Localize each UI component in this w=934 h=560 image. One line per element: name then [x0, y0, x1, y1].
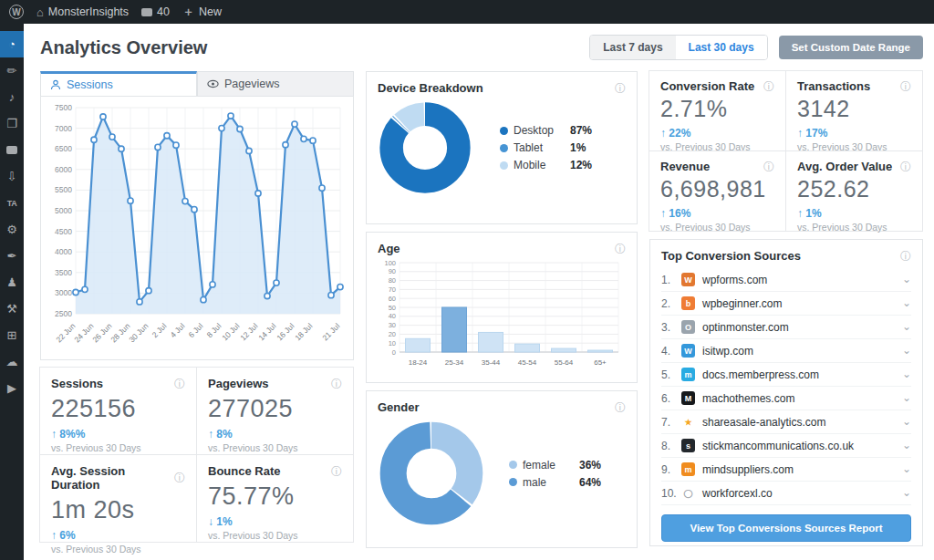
wordpress-logo-icon: W	[9, 5, 24, 19]
source-row-shareasale-analytics.com[interactable]: 7.★shareasale-analytics.com⌄	[661, 410, 911, 434]
sidebar-item-brush[interactable]: ✒	[0, 243, 24, 269]
info-icon[interactable]: ⓘ	[763, 161, 774, 172]
chevron-down-icon[interactable]: ⌄	[902, 324, 911, 330]
traffic-stat-cards: Sessionsⓘ225156↑ 8%%vs. Previous 30 Days…	[40, 368, 354, 543]
stat-card-conversion-rate: Conversion Rateⓘ2.71%↑ 22%vs. Previous 3…	[649, 70, 786, 151]
site-favicon-icon: s	[681, 439, 695, 452]
view-top-conversions-report-button[interactable]: View Top Conversions Sources Report	[661, 514, 911, 542]
chevron-down-icon[interactable]: ⌄	[902, 419, 911, 425]
source-row-workforcexl.co[interactable]: 10.◯workforcexl.co⌄	[661, 482, 911, 505]
tab-sessions[interactable]: Sessions	[40, 71, 197, 96]
sidebar-item-users[interactable]: ♟	[0, 269, 24, 296]
device-breakdown-panel: Device Breakdown ⓘ Desktop87%Tablet1%Mob…	[366, 71, 638, 224]
sidebar-item-comments[interactable]	[0, 137, 24, 163]
chevron-down-icon[interactable]: ⌄	[902, 442, 911, 449]
svg-text:30 Jun: 30 Jun	[127, 321, 150, 344]
set-custom-date-range-button[interactable]: Set Custom Date Range	[779, 36, 923, 59]
new-content-menu[interactable]: ＋ New	[182, 4, 222, 20]
stat-delta: ↑ 6%	[51, 529, 185, 542]
stat-card-revenue: Revenueⓘ6,698,981↑ 16%vs. Previous 30 Da…	[649, 150, 786, 232]
sidebar-item-ta-badge[interactable]: TA	[0, 190, 24, 216]
site-favicon-icon: m	[681, 462, 695, 476]
source-row-isitwp.com[interactable]: 4.Wisitwp.com⌄	[661, 339, 911, 363]
chevron-down-icon[interactable]: ⌄	[902, 466, 911, 472]
svg-text:7000: 7000	[55, 124, 72, 133]
plugin-icon: ⚙	[6, 223, 17, 236]
svg-text:4500: 4500	[55, 227, 72, 236]
source-row-wpbeginner.com[interactable]: 2.bwpbeginner.com⌄	[661, 292, 911, 316]
svg-text:40: 40	[389, 312, 396, 320]
chevron-down-icon[interactable]: ⌄	[902, 395, 911, 401]
device-legend: Desktop87%Tablet1%Mobile12%	[500, 119, 626, 176]
svg-text:12 Jul: 12 Jul	[238, 321, 259, 342]
legend-label: male	[523, 476, 579, 489]
svg-text:55-64: 55-64	[555, 358, 574, 367]
sidebar-item-screen-download[interactable]: ⇩	[0, 163, 24, 190]
comments-icon	[6, 146, 17, 154]
sidebar-item-media[interactable]: ♪	[0, 84, 24, 110]
sidebar-item-monsterinsights-gauge[interactable]: ◔	[0, 31, 24, 57]
range-button-last-7-days[interactable]: Last 7 days	[590, 36, 675, 59]
sidebar-item-video-play[interactable]: ▶	[0, 375, 24, 401]
info-icon[interactable]: ⓘ	[615, 402, 626, 413]
source-row-wpforms.com[interactable]: 1.Wwpforms.com⌄	[661, 268, 911, 292]
comments-menu[interactable]: 40	[141, 5, 170, 18]
date-range-segmented-control: Last 7 daysLast 30 days	[589, 35, 767, 60]
svg-text:20: 20	[389, 330, 396, 338]
legend-label: Desktop	[514, 124, 570, 137]
chevron-down-icon[interactable]: ⌄	[902, 300, 911, 306]
info-icon[interactable]: ⓘ	[174, 379, 185, 389]
chevron-down-icon[interactable]: ⌄	[902, 276, 911, 283]
legend-item-desktop: Desktop87%	[500, 124, 626, 137]
source-domain: machothemes.com	[702, 392, 902, 405]
source-domain: optinmonster.com	[702, 321, 902, 334]
svg-text:50: 50	[389, 304, 396, 312]
ta-badge-icon: TA	[7, 199, 16, 208]
source-row-stickmancommunications.co.uk[interactable]: 8.sstickmancommunications.co.uk⌄	[661, 434, 911, 458]
info-icon[interactable]: ⓘ	[900, 81, 911, 92]
tab-pageviews[interactable]: Pageviews	[197, 71, 354, 96]
source-domain: workforcexl.co	[702, 487, 902, 500]
tab-label: Sessions	[67, 78, 113, 91]
stat-card-transactions: Transactionsⓘ3142↑ 17%vs. Previous 30 Da…	[785, 70, 923, 151]
info-icon[interactable]: ⓘ	[174, 472, 185, 483]
sidebar-item-plugin[interactable]: ⚙	[0, 216, 24, 243]
info-icon[interactable]: ⓘ	[763, 81, 774, 92]
media-icon: ♪	[9, 90, 16, 104]
source-row-machothemes.com[interactable]: 6.Mmachothemes.com⌄	[661, 387, 911, 410]
sidebar-item-pages[interactable]: ❐	[0, 110, 24, 137]
monsterinsights-gauge-icon: ◔	[8, 37, 16, 51]
info-icon[interactable]: ⓘ	[331, 466, 342, 477]
info-icon[interactable]: ⓘ	[900, 161, 911, 172]
svg-text:45-54: 45-54	[518, 358, 537, 367]
source-rank: 6.	[661, 392, 681, 405]
svg-text:3500: 3500	[55, 268, 72, 277]
info-icon[interactable]: ⓘ	[900, 251, 911, 262]
stat-value: 2.71%	[660, 96, 774, 122]
info-icon[interactable]: ⓘ	[331, 379, 342, 389]
device-breakdown-title: Device Breakdown	[378, 81, 483, 95]
sidebar-item-cloud[interactable]: ☁	[0, 348, 24, 375]
sidebar-item-posts-pin[interactable]: ✏	[0, 57, 24, 84]
range-button-last-30-days[interactable]: Last 30 days	[676, 36, 767, 59]
info-icon[interactable]: ⓘ	[615, 244, 626, 254]
chevron-down-icon[interactable]: ⌄	[902, 371, 911, 378]
site-name-menu[interactable]: ⌂ MonsterInsights	[36, 5, 129, 19]
source-domain: wpforms.com	[702, 274, 902, 286]
gender-donut-chart	[378, 420, 485, 527]
chevron-down-icon[interactable]: ⌄	[902, 347, 911, 354]
settings-icon: ⊞	[7, 328, 17, 342]
sidebar-item-settings[interactable]: ⊞	[0, 322, 24, 348]
stat-value: 225156	[51, 395, 185, 423]
info-icon[interactable]: ⓘ	[615, 83, 626, 94]
source-row-docs.memberpress.com[interactable]: 5.mdocs.memberpress.com⌄	[661, 363, 911, 387]
svg-text:30: 30	[389, 321, 396, 329]
stat-card-pageviews: Pageviewsⓘ277025↑ 8%vs. Previous 30 Days	[196, 367, 354, 455]
wp-logo-menu[interactable]: W	[9, 5, 24, 19]
source-row-optinmonster.com[interactable]: 3.Ooptinmonster.com⌄	[661, 316, 911, 339]
stat-comparison-label: vs. Previous 30 Days	[797, 222, 911, 233]
source-row-mindsuppliers.com[interactable]: 9.mmindsuppliers.com⌄	[661, 458, 911, 482]
sidebar-item-tools-wrench[interactable]: ⚒	[0, 296, 24, 322]
chevron-down-icon[interactable]: ⌄	[902, 490, 911, 496]
svg-text:60: 60	[389, 295, 396, 303]
